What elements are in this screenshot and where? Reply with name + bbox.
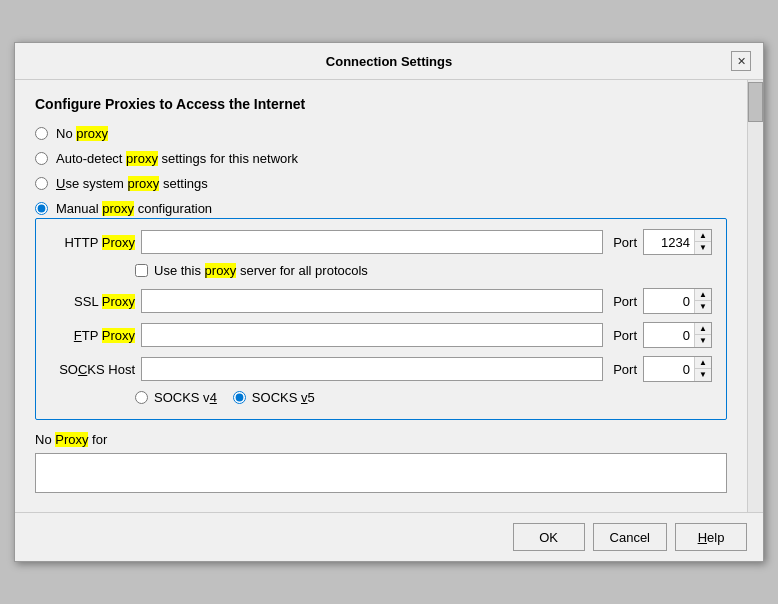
http-port-container: ▲ ▼ [643,229,712,255]
ftp-proxy-label: FTP Proxy [50,328,135,343]
ssl-port-input[interactable] [644,289,694,313]
title-bar: Connection Settings ✕ [15,43,763,80]
use-all-protocols-checkbox[interactable] [135,264,148,277]
highlight-proxy-http: Proxy [102,235,135,250]
scrollbar-track[interactable] [747,80,763,512]
no-proxy-for-label: No Proxy for [35,432,727,447]
socks-port-label: Port [613,362,637,377]
socks-v5-radio[interactable] [233,391,246,404]
ssl-port-container: ▲ ▼ [643,288,712,314]
radio-manual-proxy[interactable]: Manual proxy configuration [35,201,727,216]
http-port-down[interactable]: ▼ [695,242,711,254]
scrollbar-thumb[interactable] [748,82,763,122]
ftp-port-down[interactable]: ▼ [695,335,711,347]
radio-auto-detect-label: Auto-detect proxy settings for this netw… [56,151,298,166]
radio-no-proxy[interactable]: No proxy [35,126,727,141]
ftp-proxy-input[interactable] [141,323,603,347]
radio-manual-proxy-input[interactable] [35,202,48,215]
http-proxy-row: HTTP Proxy 127.0.0.1 Port ▲ ▼ [50,229,712,255]
close-button[interactable]: ✕ [731,51,751,71]
socks-host-row: SOCKS Host Port ▲ ▼ [50,356,712,382]
socks-host-label: SOCKS Host [50,362,135,377]
socks-port-up[interactable]: ▲ [695,357,711,369]
ftp-port-input[interactable] [644,323,694,347]
use-all-protocols-label: Use this proxy server for all protocols [154,263,368,278]
dialog-title: Connection Settings [47,54,731,69]
socks-port-spinners: ▲ ▼ [694,357,711,381]
radio-no-proxy-input[interactable] [35,127,48,140]
connection-settings-dialog: Connection Settings ✕ Configure Proxies … [14,42,764,562]
socks-port-down[interactable]: ▼ [695,369,711,381]
socks-v4-radio[interactable] [135,391,148,404]
radio-auto-detect[interactable]: Auto-detect proxy settings for this netw… [35,151,727,166]
radio-manual-proxy-label: Manual proxy configuration [56,201,212,216]
highlight-proxy-1: proxy [76,126,108,141]
ssl-port-spinners: ▲ ▼ [694,289,711,313]
highlight-proxy-no: Proxy [55,432,88,447]
ok-button[interactable]: OK [513,523,585,551]
http-proxy-input[interactable]: 127.0.0.1 [141,230,603,254]
ssl-proxy-row: SSL Proxy Port ▲ ▼ [50,288,712,314]
ssl-proxy-input[interactable] [141,289,603,313]
socks-v4-option[interactable]: SOCKS v4 [135,390,217,405]
ftp-port-container: ▲ ▼ [643,322,712,348]
dialog-footer: OK Cancel Help [15,512,763,561]
ftp-port-label: Port [613,328,637,343]
ftp-port-up[interactable]: ▲ [695,323,711,335]
highlight-proxy-ftp: Proxy [102,328,135,343]
cancel-button[interactable]: Cancel [593,523,667,551]
socks-port-input[interactable] [644,357,694,381]
ssl-port-label: Port [613,294,637,309]
highlight-proxy-4: proxy [102,201,134,216]
section-title: Configure Proxies to Access the Internet [35,96,727,112]
radio-no-proxy-label: No proxy [56,126,108,141]
highlight-proxy-all: proxy [205,263,237,278]
ssl-port-down[interactable]: ▼ [695,301,711,313]
highlight-proxy-3: proxy [128,176,160,191]
socks-v4-label: SOCKS v4 [154,390,217,405]
radio-auto-detect-input[interactable] [35,152,48,165]
highlight-proxy-ssl: Proxy [102,294,135,309]
socks-host-input[interactable] [141,357,603,381]
socks-version-row: SOCKS v4 SOCKS v5 [135,390,712,405]
ftp-proxy-row: FTP Proxy Port ▲ ▼ [50,322,712,348]
use-all-protocols-row: Use this proxy server for all protocols [135,263,712,278]
http-port-spinners: ▲ ▼ [694,230,711,254]
radio-system-proxy-input[interactable] [35,177,48,190]
underline-u: U [56,176,65,191]
dialog-body: Configure Proxies to Access the Internet… [15,80,763,512]
socks-v5-option[interactable]: SOCKS v5 [233,390,315,405]
socks-v5-label: SOCKS v5 [252,390,315,405]
ssl-port-up[interactable]: ▲ [695,289,711,301]
http-port-up[interactable]: ▲ [695,230,711,242]
socks-port-container: ▲ ▼ [643,356,712,382]
highlight-proxy-2: proxy [126,151,158,166]
no-proxy-textarea[interactable] [35,453,727,493]
radio-system-proxy-label: Use system proxy settings [56,176,208,191]
http-port-input[interactable] [644,230,694,254]
ftp-port-spinners: ▲ ▼ [694,323,711,347]
http-port-label: Port [613,235,637,250]
ssl-proxy-label: SSL Proxy [50,294,135,309]
help-button[interactable]: Help [675,523,747,551]
radio-system-proxy[interactable]: Use system proxy settings [35,176,727,191]
http-proxy-label: HTTP Proxy [50,235,135,250]
manual-proxy-section: HTTP Proxy 127.0.0.1 Port ▲ ▼ Use this p… [35,218,727,420]
content-area: Configure Proxies to Access the Internet… [15,80,747,512]
